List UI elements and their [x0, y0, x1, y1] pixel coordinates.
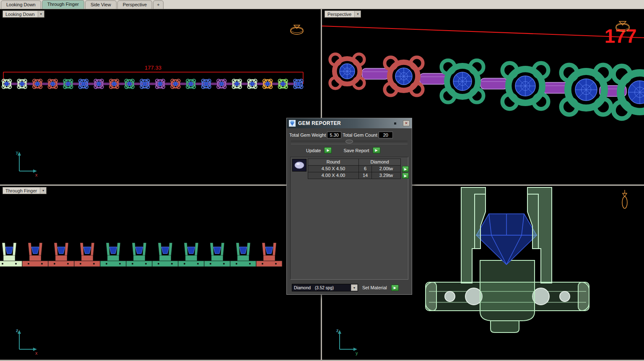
gem-chain-perspective	[330, 54, 644, 119]
material-row: Diamond (3.52 spg) ▼ Set Material ▶	[287, 281, 412, 294]
viewport-canvas-through-finger[interactable]: z x	[0, 186, 321, 360]
tab-add-viewport[interactable]: +	[153, 0, 163, 9]
cell-total-weight: 2.00tw	[371, 165, 401, 172]
viewport-label-text: Through Finger	[5, 188, 37, 193]
update-label: Update	[306, 148, 321, 153]
axis-label-horizontal: y	[356, 351, 358, 356]
view-gizmo-ring-icon[interactable]	[291, 25, 303, 34]
viewport-canvas-looking-down[interactable]: 177.33 y x	[0, 9, 321, 184]
material-spg: (3.52 spg)	[315, 286, 334, 290]
center-gem	[476, 214, 537, 265]
gem-reporter-dialog: GEM REPORTER ✕ Total Gem Weight 5.30 Tot…	[286, 118, 412, 295]
gem-thumbnail[interactable]	[292, 159, 306, 171]
material-dropdown[interactable]: Diamond (3.52 spg) ▼	[292, 284, 358, 291]
actions-row: Update ▶ Save Report ▶	[287, 145, 412, 156]
cell-total-weight: 3.29tw	[371, 172, 401, 179]
cell-count: 6	[358, 165, 372, 172]
gem-table-panel: Round Diamond 4.50 X 4.50 6 2.00tw ▶ 4.0…	[290, 157, 408, 280]
viewport-label-perspective[interactable]: Perspective ▼	[325, 10, 361, 18]
chevron-down-icon[interactable]: ▼	[38, 11, 44, 17]
total-gem-weight-value[interactable]: 5.30	[327, 132, 341, 138]
tab-through-finger[interactable]: Through Finger	[42, 0, 84, 9]
tab-side-view[interactable]: Side View	[85, 0, 117, 9]
row-action-button[interactable]: ▶	[402, 173, 409, 179]
row-action-button[interactable]: ▶	[402, 166, 409, 172]
axis-indicator: z x	[16, 328, 38, 356]
gem-chain-top-view	[2, 79, 303, 88]
dimension-text: 177.33	[145, 65, 161, 71]
collapse-handle-icon[interactable]	[345, 140, 353, 143]
view-gizmo-ring-icon[interactable]	[622, 190, 627, 208]
viewport-label-text: Looking Down	[5, 12, 35, 17]
viewport-label-through-finger[interactable]: Through Finger ▼	[3, 187, 47, 194]
save-report-label: Save Report	[343, 148, 369, 153]
gem-chain-side-view	[0, 243, 282, 267]
rollup-button[interactable]	[394, 122, 396, 125]
gem-reporter-icon	[289, 120, 296, 127]
collapse-divider[interactable]	[291, 141, 408, 144]
material-name: Diamond	[294, 286, 311, 290]
chevron-down-icon[interactable]: ▼	[354, 11, 361, 17]
total-gem-count-label: Total Gem Count	[343, 132, 377, 138]
setting-basket	[480, 260, 535, 332]
gem-table-header: Round Diamond	[308, 158, 409, 166]
close-icon[interactable]: ✕	[403, 120, 410, 126]
totals-row: Total Gem Weight 5.30 Total Gem Count 20	[287, 128, 412, 140]
set-material-button[interactable]: ▶	[391, 285, 399, 291]
viewport-through-finger: z x Through Finger ▼	[0, 186, 321, 360]
axis-label-horizontal: x	[35, 351, 38, 356]
dropdown-arrow-icon[interactable]: ▼	[351, 284, 358, 291]
dimension-text: 177	[605, 25, 637, 47]
column-header-round[interactable]: Round	[308, 158, 359, 166]
viewport-tabbar: Looking Down Through Finger Side View Pe…	[0, 0, 644, 9]
total-gem-weight-label: Total Gem Weight	[289, 132, 326, 138]
update-button[interactable]: ▶	[324, 147, 332, 153]
cell-size: 4.50 X 4.50	[308, 165, 359, 172]
total-gem-count-value[interactable]: 20	[379, 132, 393, 138]
gem-table-row[interactable]: 4.50 X 4.50 6 2.00tw ▶	[308, 165, 409, 172]
gem-table: Round Diamond 4.50 X 4.50 6 2.00tw ▶ 4.0…	[308, 159, 409, 179]
axis-label-vertical: y	[16, 150, 18, 155]
viewport-looking-down: 177.33 y x Looking Down ▼	[0, 9, 321, 184]
axis-indicator: y x	[16, 150, 38, 177]
axis-label-horizontal: x	[35, 172, 38, 177]
gem-table-row[interactable]: 4.00 X 4.00 14 3.29tw ▶	[308, 172, 409, 179]
axis-label-vertical: z	[336, 328, 339, 333]
viewport-label-text: Perspective	[327, 12, 351, 17]
save-report-button[interactable]: ▶	[373, 147, 380, 153]
chevron-down-icon[interactable]: ▼	[40, 187, 46, 194]
axis-indicator: z y	[336, 328, 358, 356]
set-material-label: Set Material	[362, 285, 387, 290]
cell-size: 4.00 X 4.00	[308, 172, 359, 179]
column-header-diamond[interactable]: Diamond	[358, 158, 401, 166]
viewport-label-looking-down[interactable]: Looking Down ▼	[3, 10, 44, 18]
axis-label-vertical: z	[16, 328, 18, 333]
dialog-title: GEM REPORTER	[298, 120, 341, 126]
dimension-line	[322, 26, 644, 38]
tab-looking-down[interactable]: Looking Down	[1, 0, 41, 9]
tab-perspective[interactable]: Perspective	[117, 0, 152, 9]
dialog-titlebar[interactable]: GEM REPORTER ✕	[287, 118, 412, 128]
cell-count: 14	[358, 172, 372, 179]
